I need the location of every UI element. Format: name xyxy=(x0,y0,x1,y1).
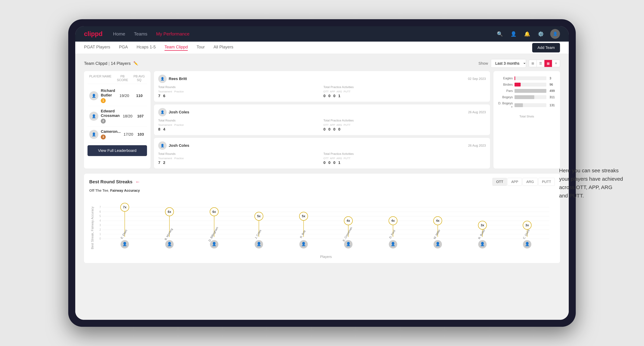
bar-track xyxy=(514,95,546,99)
table-view-btn[interactable]: ≡ xyxy=(552,60,560,67)
player-score-2: 18/20 xyxy=(122,114,133,119)
subnav-all-players[interactable]: All Players xyxy=(214,44,233,51)
practice-activities-group-1: Total Practice Activities OTT APP ARG PU… xyxy=(324,85,486,98)
add-team-button[interactable]: Add Team xyxy=(532,43,560,52)
view-leaderboard-button[interactable]: View Full Leaderboard xyxy=(88,145,147,156)
card-view-btn[interactable]: ▦ xyxy=(544,60,552,67)
pc-header-3: 👤 Josh Coles 26 Aug 2023 xyxy=(158,141,486,150)
bar-fill xyxy=(514,95,534,99)
period-select[interactable]: Last 3 months xyxy=(491,59,526,68)
practice-values-1: 0 0 0 1 xyxy=(324,94,486,98)
streak-tab-putt[interactable]: PUTT xyxy=(538,178,555,186)
tablet-screen: clippd Home Teams My Performance 🔍 👤 🔔 ⚙… xyxy=(75,26,569,320)
player-avatar-icon: 👤 xyxy=(122,242,127,246)
user-avatar[interactable]: 👤 xyxy=(550,29,560,39)
bar-row-eagles: Eagles3 xyxy=(497,76,556,80)
leaderboard-row-3[interactable]: 👤 Cameron... 3 17/20 103 xyxy=(88,127,147,142)
bar-value: 131 xyxy=(550,103,556,107)
y-tick-label: 2 xyxy=(100,228,101,231)
bar-fill xyxy=(514,76,515,80)
player-avatar-icon: 👤 xyxy=(390,242,396,246)
subnav-tour[interactable]: Tour xyxy=(196,44,205,51)
player-avatar-icon: 👤 xyxy=(525,242,530,246)
bar-row-pars: Pars499 xyxy=(497,89,556,93)
pc-avatar-3: 👤 xyxy=(158,141,166,150)
col-player-name: PLAYER NAME xyxy=(89,75,112,82)
pc-name-1: Rees Britt xyxy=(169,77,466,81)
users-icon[interactable]: 👤 xyxy=(509,30,518,38)
bar-chart-card: Eagles3Birdies96Pars499Bogeys311D. Bogey… xyxy=(494,71,560,169)
view-toggle: ⊞ ☰ ▦ ≡ xyxy=(529,60,560,67)
show-label: Show xyxy=(478,61,488,66)
pc-name-3: Josh Coles xyxy=(169,143,466,148)
pc-name-2: Josh Coles xyxy=(169,110,466,114)
team-header: Team Clippd | 14 Players ✏️ Show Last 3 … xyxy=(84,59,560,68)
pc-date-3: 26 Aug 2023 xyxy=(468,144,486,148)
edit-icon[interactable]: ✏️ xyxy=(133,61,138,66)
player-avg-2: 107 xyxy=(136,114,145,119)
sub-nav: PGAT Players PGA Hcaps 1-5 Team Clippd T… xyxy=(75,42,569,54)
bar-value: 96 xyxy=(550,83,556,86)
pc-date-1: 02 Sep 2023 xyxy=(468,77,486,81)
streaks-header: Best Round Streaks ← OTT APP ARG PUTT xyxy=(89,178,555,186)
nav-my-performance[interactable]: My Performance xyxy=(156,31,190,37)
y-axis-label: Best Streak, Fairway Accuracy xyxy=(89,197,94,259)
total-rounds-group-1: Total Rounds Tournament Practice 7 6 xyxy=(158,85,320,98)
player-avatar-icon: 👤 xyxy=(167,242,172,246)
streak-value: 5x xyxy=(302,214,306,218)
player-avatar-icon: 👤 xyxy=(346,242,351,246)
pc-date-2: 26 Aug 2023 xyxy=(468,110,486,114)
chart-x-label: Total Shots xyxy=(497,115,556,118)
player-badge-3: 3 xyxy=(101,135,106,140)
streaks-arrow-indicator: ← xyxy=(135,179,140,185)
streak-tab-ott[interactable]: OTT xyxy=(492,178,507,186)
subnav-team-clippd[interactable]: Team Clippd xyxy=(164,44,188,51)
pc-stats-3: Total Rounds Tournament Practice 7 2 xyxy=(158,152,486,165)
bar-fill xyxy=(514,103,523,107)
player-avg-3: 103 xyxy=(136,132,145,137)
streak-value: 4x xyxy=(391,219,395,222)
streak-chart-container: Best Streak, Fairway Accuracy 012345677x… xyxy=(89,197,555,259)
bar-label: Bogeys xyxy=(497,95,513,99)
nav-teams[interactable]: Teams xyxy=(134,31,147,37)
player-name-3: Cameron... xyxy=(101,129,121,134)
streak-tab-app[interactable]: APP xyxy=(508,178,522,186)
player-card-1: 👤 Rees Britt 02 Sep 2023 Total Rounds To… xyxy=(154,71,490,102)
total-rounds-label-2: Total Rounds xyxy=(158,119,320,122)
nav-home[interactable]: Home xyxy=(113,31,125,37)
bar-value: 3 xyxy=(550,77,556,80)
player-avatar-icon: 👤 xyxy=(480,242,485,246)
grid-view-btn[interactable]: ⊞ xyxy=(529,60,537,67)
player-avatar-icon: 👤 xyxy=(256,242,262,246)
leaderboard-row-2[interactable]: 👤 Edward Crossman 2 18/20 107 xyxy=(88,106,147,127)
settings-icon[interactable]: ⚙️ xyxy=(536,30,545,38)
practice-sub-labels-1: OTT APP ARG PUTT xyxy=(324,90,486,93)
search-icon[interactable]: 🔍 xyxy=(496,30,504,38)
streak-chart-body: 012345677xE. Ebert👤6xB. McHerg👤6xD. Bill… xyxy=(97,197,555,259)
bell-icon[interactable]: 🔔 xyxy=(523,30,531,38)
bar-track xyxy=(514,89,546,93)
pc-header-1: 👤 Rees Britt 02 Sep 2023 xyxy=(158,75,486,83)
subnav-hcaps[interactable]: Hcaps 1-5 xyxy=(137,44,156,51)
y-tick-label: 4 xyxy=(100,219,101,222)
total-rounds-group-2: Total Rounds Tournament Practice 8 4 xyxy=(158,119,320,132)
streak-tab-arg[interactable]: ARG xyxy=(522,178,538,186)
streaks-section: Best Round Streaks ← OTT APP ARG PUTT Of… xyxy=(84,174,560,263)
list-view-btn[interactable]: ☰ xyxy=(537,60,544,67)
pc-stats-2: Total Rounds Tournament Practice 8 4 xyxy=(158,119,486,132)
subnav-pga[interactable]: PGA xyxy=(119,44,128,51)
sub-nav-links: PGAT Players PGA Hcaps 1-5 Team Clippd T… xyxy=(84,44,532,51)
subnav-pgat[interactable]: PGAT Players xyxy=(84,44,110,51)
pc-stats-1: Total Rounds Tournament Practice 7 6 xyxy=(158,85,486,98)
streak-value: 5x xyxy=(257,214,260,218)
team-title: Team Clippd | 14 Players xyxy=(84,61,130,66)
bar-label: Eagles xyxy=(497,77,513,80)
leaderboard-row-1[interactable]: 👤 Richard Butler 1 19/20 110 xyxy=(88,86,147,106)
bar-row-birdies: Birdies96 xyxy=(497,83,556,86)
team-controls: Show Last 3 months ⊞ ☰ ▦ ≡ xyxy=(478,59,560,68)
y-tick-label: 0 xyxy=(100,237,101,240)
streaks-title: Best Round Streaks xyxy=(89,179,132,184)
top-nav: clippd Home Teams My Performance 🔍 👤 🔔 ⚙… xyxy=(75,26,569,42)
streak-value: 7x xyxy=(123,205,126,209)
player-info-2: Edward Crossman 2 xyxy=(101,109,120,124)
